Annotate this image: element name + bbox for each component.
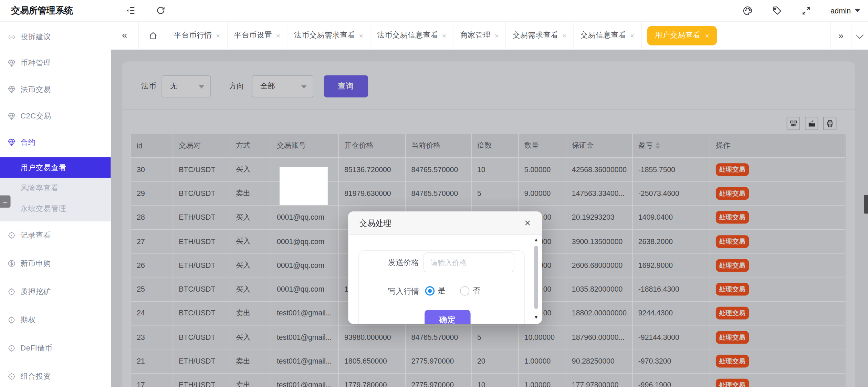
- compass-icon: [7, 344, 16, 353]
- sidebar-item-label: 组合投资: [20, 372, 51, 382]
- sidebar-item-label: 质押挖矿: [20, 287, 51, 297]
- fullscreen-icon[interactable]: [801, 5, 812, 16]
- radio-yes-label: 是: [438, 286, 446, 296]
- trade-process-dialog: 交易处理 × 发送价格 写入行情 是 否 确定 ▲ ▼: [348, 211, 542, 324]
- sidebar-item-label: 记录查看: [20, 231, 51, 241]
- sidebar-item-组合投资[interactable]: 组合投资: [0, 363, 111, 387]
- send-price-input[interactable]: [423, 252, 514, 272]
- screen: 法币 无 方向 全部 查询: [0, 0, 868, 387]
- gem-icon: [7, 59, 16, 68]
- sidebar-item-label: 币种管理: [20, 58, 51, 68]
- sidebar-submenu: 用户交易查看风险率查看永续交易管理: [0, 157, 111, 222]
- dialog-scrollbar-thumb[interactable]: [534, 246, 538, 309]
- sidebar-item-法币交易[interactable]: 法币交易: [0, 76, 111, 103]
- dialog-header: 交易处理 ×: [348, 211, 542, 235]
- sidebar-item-label: 期权: [20, 315, 35, 325]
- radio-unselected-icon: [460, 286, 469, 295]
- compass-icon: [7, 231, 16, 240]
- dialog-title: 交易处理: [359, 211, 391, 235]
- dollar-icon: [7, 259, 16, 268]
- tabs-scroll-left[interactable]: «: [111, 22, 139, 49]
- close-icon[interactable]: ×: [521, 217, 534, 230]
- sidebar-item-新币申购[interactable]: 新币申购: [0, 250, 111, 278]
- sidebar-item-DeFi借币[interactable]: DeFi借币: [0, 334, 111, 363]
- gem-icon: [7, 138, 16, 147]
- scroll-up-icon[interactable]: ▲: [534, 237, 538, 242]
- sidebar-item-期权[interactable]: 期权: [0, 306, 111, 334]
- tab-close-icon[interactable]: ×: [630, 32, 634, 39]
- sidebar-item-label: DeFi借币: [20, 344, 52, 354]
- radio-selected-icon: [425, 286, 435, 295]
- tab-交易需求查看[interactable]: 交易需求查看×: [506, 22, 574, 49]
- tab-法币交易信息查看[interactable]: 法币交易信息查看×: [370, 22, 453, 49]
- sidebar-collapse-handle[interactable]: ←: [0, 196, 11, 208]
- tab-平台币行情[interactable]: 平台币行情×: [167, 22, 228, 49]
- sidebar-subitem-用户交易查看[interactable]: 用户交易查看: [0, 157, 111, 178]
- tab-用户交易查看[interactable]: 用户交易查看×: [641, 22, 722, 49]
- sidebar-item-记录查看[interactable]: 记录查看: [0, 221, 111, 250]
- tab-法币交易需求查看[interactable]: 法币交易需求查看×: [287, 22, 370, 49]
- tab-close-icon[interactable]: ×: [359, 32, 363, 39]
- topbar: 交易所管理系统 admin: [0, 0, 868, 22]
- fold-menu-icon[interactable]: [126, 6, 136, 15]
- radio-no-label: 否: [473, 286, 481, 296]
- write-quote-label: 写入行情: [388, 287, 419, 297]
- scroll-down-icon[interactable]: ▼: [534, 314, 538, 320]
- compass-icon: [7, 372, 16, 381]
- home-tab-button[interactable]: [139, 22, 167, 49]
- compass-icon: [7, 316, 16, 325]
- sidebar-item-label: 投拆建议: [20, 32, 51, 42]
- tab-label: 交易信息查看: [581, 30, 626, 40]
- radio-no[interactable]: 否: [460, 286, 480, 296]
- tab-close-icon[interactable]: ×: [494, 32, 499, 39]
- sidebar-item-投拆建议[interactable]: 投拆建议: [0, 24, 111, 50]
- link-icon: [7, 33, 16, 42]
- compass-icon: [7, 287, 16, 296]
- sidebar-item-C2C交易[interactable]: C2C交易: [0, 103, 111, 129]
- tag-icon[interactable]: [772, 5, 783, 16]
- sidebar: 投拆建议币种管理法币交易C2C交易合约用户交易查看风险率查看永续交易管理记录查看…: [0, 22, 111, 387]
- user-menu[interactable]: admin: [830, 6, 860, 14]
- tab-close-icon[interactable]: ×: [216, 32, 220, 39]
- sidebar-item-label: 合约: [20, 137, 35, 147]
- gem-icon: [7, 85, 16, 94]
- tab-close-icon[interactable]: ×: [705, 32, 709, 39]
- tabs-scroll-right[interactable]: »: [830, 22, 851, 50]
- tab-close-icon[interactable]: ×: [562, 32, 566, 39]
- tab-label: 用户交易查看: [655, 30, 701, 40]
- tab-label: 法币交易需求查看: [294, 30, 355, 40]
- tab-商家管理[interactable]: 商家管理×: [453, 22, 506, 49]
- username: admin: [830, 6, 851, 14]
- confirm-button[interactable]: 确定: [425, 310, 470, 324]
- chevron-down-icon: [856, 31, 864, 39]
- tab-label: 平台币行情: [174, 30, 212, 40]
- tabbar: « 平台币行情×平台币设置×法币交易需求查看×法币交易信息查看×商家管理×交易需…: [111, 22, 868, 50]
- sidebar-item-合约[interactable]: 合约: [0, 129, 111, 156]
- theme-palette-icon[interactable]: [742, 5, 753, 16]
- sidebar-item-币种管理[interactable]: 币种管理: [0, 50, 111, 77]
- tab-close-icon[interactable]: ×: [442, 32, 446, 39]
- radio-yes[interactable]: 是: [425, 286, 446, 296]
- gem-icon: [7, 112, 16, 121]
- refresh-icon[interactable]: [156, 6, 166, 15]
- tab-label: 商家管理: [460, 30, 491, 40]
- app-title: 交易所管理系统: [11, 0, 73, 21]
- topbar-right: admin: [742, 0, 860, 21]
- home-icon: [148, 31, 157, 40]
- sidebar-item-label: 新币申购: [20, 259, 51, 269]
- send-price-label: 发送价格: [388, 258, 419, 268]
- tab-label: 交易需求查看: [513, 30, 558, 40]
- tab-交易信息查看[interactable]: 交易信息查看×: [574, 22, 641, 49]
- sidebar-item-label: 法币交易: [20, 85, 51, 95]
- redaction-overlay: [280, 167, 328, 205]
- tab-list: 平台币行情×平台币设置×法币交易需求查看×法币交易信息查看×商家管理×交易需求查…: [167, 22, 723, 49]
- caret-down-icon: [855, 9, 860, 12]
- tab-平台币设置[interactable]: 平台币设置×: [227, 22, 287, 49]
- sidebar-item-label: C2C交易: [20, 111, 51, 121]
- sidebar-subitem-风险率查看[interactable]: 风险率查看: [0, 178, 111, 198]
- sidebar-item-质押挖矿[interactable]: 质押挖矿: [0, 278, 111, 306]
- sidebar-subitem-永续交易管理[interactable]: 永续交易管理: [0, 198, 111, 219]
- tabs-more-button[interactable]: [851, 22, 868, 50]
- exchange-admin-app: 法币 无 方向 全部 查询: [0, 0, 868, 387]
- tab-close-icon[interactable]: ×: [276, 32, 280, 39]
